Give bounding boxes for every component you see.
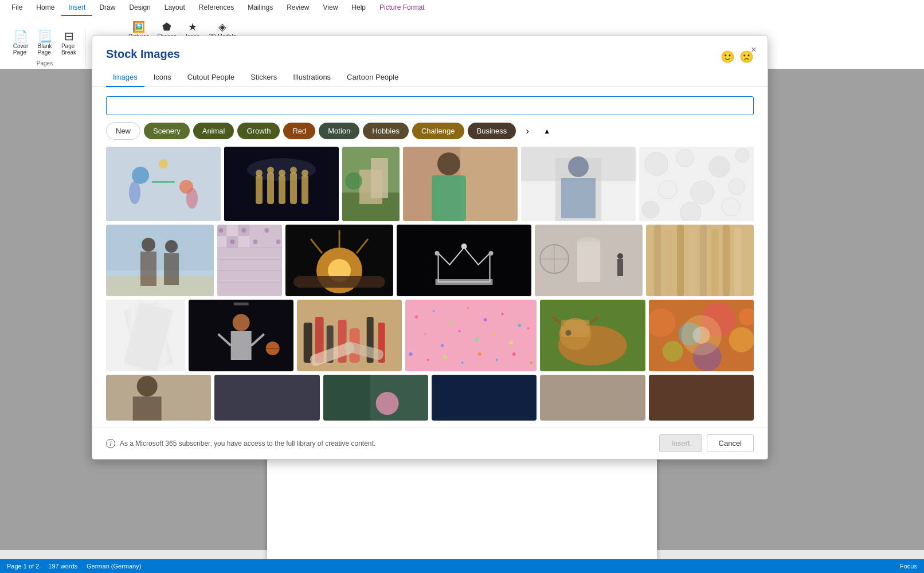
cover-page-label: CoverPage	[13, 43, 29, 56]
category-growth[interactable]: Growth	[237, 123, 280, 139]
svg-rect-90	[654, 225, 661, 296]
category-red[interactable]: Red	[283, 123, 315, 139]
icons-icon: ★	[188, 21, 197, 33]
svg-point-141	[478, 352, 481, 356]
image-item[interactable]	[217, 225, 282, 296]
svg-point-128	[502, 313, 504, 315]
image-item[interactable]	[189, 300, 293, 371]
category-business[interactable]: Business	[468, 123, 516, 139]
tab-mailings[interactable]: Mailings	[241, 0, 280, 16]
category-challenge[interactable]: Challenge	[412, 123, 464, 139]
smiley-happy-icon[interactable]: 🙂	[721, 50, 735, 64]
tab-cutout-people[interactable]: Cutout People	[181, 68, 241, 87]
category-next-btn[interactable]: ›	[519, 123, 535, 139]
search-input[interactable]	[106, 96, 754, 115]
tab-picture-format[interactable]: Picture Format	[373, 0, 432, 16]
image-item[interactable]	[106, 300, 185, 371]
tab-home[interactable]: Home	[29, 0, 61, 16]
svg-rect-85	[617, 259, 623, 276]
word-count: 197 words	[48, 563, 77, 570]
svg-point-131	[441, 344, 444, 347]
image-item[interactable]	[432, 375, 537, 421]
page-break-btn[interactable]: ⊟ PageBreak	[57, 28, 80, 58]
svg-rect-53	[226, 225, 238, 236]
image-item[interactable]	[649, 375, 754, 421]
svg-rect-12	[290, 172, 297, 204]
tab-stickers[interactable]: Stickers	[244, 68, 284, 87]
svg-point-144	[530, 362, 533, 364]
svg-rect-94	[700, 225, 707, 296]
svg-rect-75	[397, 225, 531, 296]
image-item[interactable]	[323, 375, 428, 421]
image-item[interactable]	[214, 375, 319, 421]
category-scroll-up[interactable]: ▲	[539, 123, 555, 139]
image-item[interactable]	[224, 147, 339, 221]
category-scenery[interactable]: Scenery	[144, 123, 190, 139]
svg-point-41	[642, 201, 659, 218]
image-item[interactable]	[403, 147, 518, 221]
tab-layout[interactable]: Layout	[158, 0, 192, 16]
tab-icons[interactable]: Icons	[147, 68, 178, 87]
status-bar: Page 1 of 2 197 words German (Germany) F…	[0, 559, 924, 573]
tab-file[interactable]: File	[5, 0, 29, 16]
tab-design[interactable]: Design	[122, 0, 157, 16]
svg-point-39	[691, 181, 714, 204]
svg-rect-152	[561, 320, 590, 337]
image-item[interactable]	[649, 300, 754, 371]
category-animal[interactable]: Animal	[193, 123, 234, 139]
footer-info: i As a Microsoft 365 subscriber, you hav…	[106, 439, 375, 448]
tab-draw[interactable]: Draw	[92, 0, 122, 16]
image-item[interactable]	[535, 225, 643, 296]
blank-page-btn[interactable]: 📃 BlankPage	[33, 28, 56, 58]
cover-page-btn[interactable]: 📄 CoverPage	[9, 28, 32, 58]
svg-point-34	[645, 152, 668, 175]
tab-review[interactable]: Review	[280, 0, 316, 16]
image-item[interactable]	[106, 225, 214, 296]
image-item[interactable]	[285, 225, 393, 296]
svg-point-15	[267, 167, 274, 174]
tab-images[interactable]: Images	[106, 68, 144, 87]
image-item[interactable]	[297, 300, 402, 371]
image-item[interactable]	[521, 147, 636, 221]
image-item[interactable]	[646, 225, 754, 296]
svg-rect-25	[460, 147, 518, 221]
image-item[interactable]	[639, 147, 754, 221]
tab-insert[interactable]: Insert	[61, 0, 92, 16]
category-motion[interactable]: Motion	[319, 123, 359, 139]
svg-rect-46	[106, 276, 214, 296]
tab-cartoon-people[interactable]: Cartoon People	[340, 68, 405, 87]
svg-rect-50	[164, 253, 179, 285]
tab-view[interactable]: View	[316, 0, 345, 16]
svg-point-138	[427, 359, 429, 361]
svg-point-49	[165, 240, 178, 253]
svg-point-16	[279, 170, 285, 176]
svg-point-80	[488, 251, 493, 256]
category-hobbies[interactable]: Hobbies	[363, 123, 409, 139]
page-info: Page 1 of 2	[7, 563, 39, 570]
close-button[interactable]: ×	[746, 42, 762, 58]
tab-help[interactable]: Help	[344, 0, 373, 16]
svg-rect-57	[238, 236, 249, 248]
svg-rect-11	[279, 175, 285, 204]
svg-point-129	[518, 324, 522, 327]
svg-point-168	[375, 392, 398, 415]
tab-illustrations[interactable]: Illustrations	[286, 68, 338, 87]
insert-button[interactable]: Insert	[659, 434, 702, 452]
image-item[interactable]	[405, 300, 537, 371]
cancel-button[interactable]: Cancel	[707, 434, 754, 452]
image-item[interactable]	[540, 300, 645, 371]
svg-rect-95	[711, 229, 718, 296]
image-item[interactable]	[106, 375, 211, 421]
image-item[interactable]	[342, 147, 400, 221]
svg-point-23	[345, 172, 362, 190]
stock-images-dialog: Stock Images 🙂 🙁 × Images Icons Cutout P…	[92, 36, 768, 460]
image-item[interactable]	[397, 225, 531, 296]
category-new[interactable]: New	[106, 122, 140, 140]
tab-references[interactable]: References	[192, 0, 241, 16]
svg-rect-0	[106, 147, 221, 221]
image-item[interactable]	[106, 147, 221, 221]
image-item[interactable]	[540, 375, 645, 421]
svg-rect-32	[561, 178, 596, 218]
focus-btn[interactable]: Focus	[900, 563, 917, 570]
svg-rect-67	[217, 282, 282, 282]
